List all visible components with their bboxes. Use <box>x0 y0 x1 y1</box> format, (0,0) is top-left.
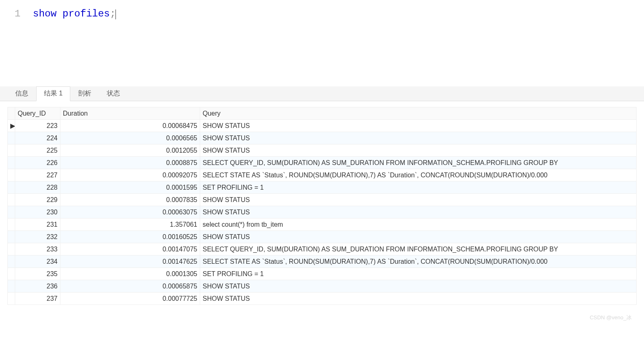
cell-query-id[interactable]: 224 <box>15 132 60 144</box>
cell-query-id[interactable]: 233 <box>15 243 60 256</box>
column-header-query[interactable]: Query <box>200 107 637 120</box>
code-line: show profiles; <box>33 8 116 19</box>
table-row[interactable]: 2350.0001305SET PROFILING = 1 <box>8 268 637 280</box>
cell-query[interactable]: SHOW STATUS <box>200 120 637 132</box>
cell-query-id[interactable]: 231 <box>15 218 60 231</box>
cell-query-id[interactable]: 225 <box>15 144 60 157</box>
row-selector[interactable] <box>8 231 15 243</box>
cell-query[interactable]: SET PROFILING = 1 <box>200 268 637 280</box>
cell-query-id[interactable]: 229 <box>15 194 60 206</box>
table-row[interactable]: 2290.0007835SHOW STATUS <box>8 194 637 206</box>
table-row[interactable]: 2360.00065875SHOW STATUS <box>8 280 637 293</box>
cell-duration[interactable]: 0.0007835 <box>60 194 200 206</box>
cell-duration[interactable]: 0.00065875 <box>60 280 200 293</box>
cell-query[interactable]: SHOW STATUS <box>200 280 637 293</box>
cell-query[interactable]: SELECT STATE AS `Status`, ROUND(SUM(DURA… <box>200 256 637 268</box>
cell-duration[interactable]: 1.357061 <box>60 218 200 231</box>
row-selector[interactable] <box>8 268 15 280</box>
cell-duration[interactable]: 0.0001595 <box>60 181 200 194</box>
table-row[interactable]: 2311.357061select count(*) from tb_item <box>8 218 637 231</box>
tab-2[interactable]: 剖析 <box>70 86 99 101</box>
row-selector[interactable] <box>8 293 15 305</box>
result-tabs: 信息结果 1剖析状态 <box>0 86 644 101</box>
cell-query[interactable]: SHOW STATUS <box>200 132 637 144</box>
table-row[interactable]: 2240.0006565SHOW STATUS <box>8 132 637 144</box>
text-cursor-icon <box>115 9 116 19</box>
cell-query-id[interactable]: 237 <box>15 293 60 305</box>
cell-query[interactable]: SHOW STATUS <box>200 194 637 206</box>
cell-duration[interactable]: 0.00147075 <box>60 243 200 256</box>
table-row[interactable]: 2370.00077725SHOW STATUS <box>8 293 637 305</box>
cell-query[interactable]: SELECT STATE AS `Status`, ROUND(SUM(DURA… <box>200 169 637 181</box>
row-selector[interactable] <box>8 243 15 256</box>
cell-query[interactable]: SHOW STATUS <box>200 293 637 305</box>
cell-duration[interactable]: 0.0001305 <box>60 268 200 280</box>
cell-query-id[interactable]: 228 <box>15 181 60 194</box>
cell-query-id[interactable]: 230 <box>15 206 60 218</box>
tab-1[interactable]: 结果 1 <box>36 86 70 101</box>
cell-query-id[interactable]: 232 <box>15 231 60 243</box>
cell-duration[interactable]: 0.00068475 <box>60 120 200 132</box>
cell-query-id[interactable]: 226 <box>15 157 60 169</box>
cell-duration[interactable]: 0.00077725 <box>60 293 200 305</box>
cell-duration[interactable]: 0.0012055 <box>60 144 200 157</box>
tab-3[interactable]: 状态 <box>99 86 128 101</box>
sql-editor[interactable]: 1 show profiles; <box>0 0 644 86</box>
cell-query-id[interactable]: 227 <box>15 169 60 181</box>
cell-duration[interactable]: 0.0006565 <box>60 132 200 144</box>
table-row[interactable]: 2250.0012055SHOW STATUS <box>8 144 637 157</box>
cell-duration[interactable]: 0.00160525 <box>60 231 200 243</box>
row-selector[interactable] <box>8 256 15 268</box>
cell-query-id[interactable]: 236 <box>15 280 60 293</box>
row-selector[interactable] <box>8 169 15 181</box>
row-selector[interactable] <box>8 194 15 206</box>
table-row[interactable]: 2260.0008875SELECT QUERY_ID, SUM(DURATIO… <box>8 157 637 169</box>
row-selector[interactable] <box>8 206 15 218</box>
row-selector[interactable] <box>8 218 15 231</box>
table-row[interactable]: 2320.00160525SHOW STATUS <box>8 231 637 243</box>
line-number: 1 <box>8 8 33 19</box>
table-row[interactable]: 2280.0001595SET PROFILING = 1 <box>8 181 637 194</box>
cell-query-id[interactable]: 235 <box>15 268 60 280</box>
cell-query[interactable]: SELECT QUERY_ID, SUM(DURATION) AS SUM_DU… <box>200 243 637 256</box>
column-header-query-id[interactable]: Query_ID <box>15 107 60 120</box>
row-selector[interactable] <box>8 181 15 194</box>
cell-query[interactable]: SELECT QUERY_ID, SUM(DURATION) AS SUM_DU… <box>200 157 637 169</box>
row-selector[interactable]: ▶ <box>8 120 15 132</box>
cell-query-id[interactable]: 234 <box>15 256 60 268</box>
cell-query[interactable]: SET PROFILING = 1 <box>200 181 637 194</box>
cell-query[interactable]: SHOW STATUS <box>200 144 637 157</box>
column-header-selector[interactable] <box>8 107 15 120</box>
cell-duration[interactable]: 0.0008875 <box>60 157 200 169</box>
cell-query-id[interactable]: 223 <box>15 120 60 132</box>
cell-duration[interactable]: 0.00147625 <box>60 256 200 268</box>
cell-duration[interactable]: 0.00092075 <box>60 169 200 181</box>
row-selector[interactable] <box>8 132 15 144</box>
table-row[interactable]: 2340.00147625SELECT STATE AS `Status`, R… <box>8 256 637 268</box>
row-selector[interactable] <box>8 144 15 157</box>
results-table[interactable]: Query_ID Duration Query ▶2230.00068475SH… <box>7 107 637 305</box>
table-row[interactable]: ▶2230.00068475SHOW STATUS <box>8 120 637 132</box>
table-row[interactable]: 2330.00147075SELECT QUERY_ID, SUM(DURATI… <box>8 243 637 256</box>
tab-0[interactable]: 信息 <box>7 86 36 101</box>
cell-duration[interactable]: 0.00063075 <box>60 206 200 218</box>
cell-query[interactable]: select count(*) from tb_item <box>200 218 637 231</box>
column-header-duration[interactable]: Duration <box>60 107 200 120</box>
table-row[interactable]: 2270.00092075SELECT STATE AS `Status`, R… <box>8 169 637 181</box>
row-selector[interactable] <box>8 157 15 169</box>
cell-query[interactable]: SHOW STATUS <box>200 206 637 218</box>
cell-query[interactable]: SHOW STATUS <box>200 231 637 243</box>
table-row[interactable]: 2300.00063075SHOW STATUS <box>8 206 637 218</box>
row-selector[interactable] <box>8 280 15 293</box>
